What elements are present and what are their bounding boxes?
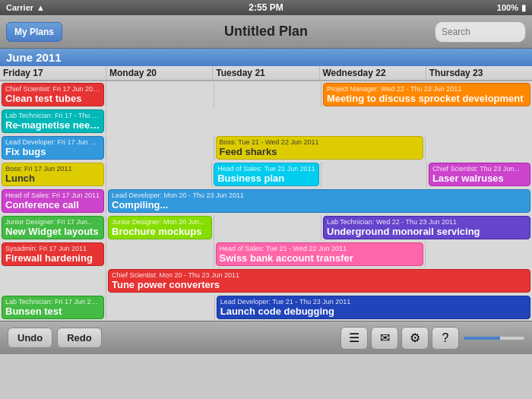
- event-laser-walruses[interactable]: Chief Scientist: Thu 23 Jun... Laser wal…: [429, 163, 530, 186]
- cell-row7-thursday: [426, 242, 533, 267]
- cell-row5-rest: Lead Developer: Mon 20 - Thu 23 Jun 2011…: [106, 188, 532, 214]
- event-new-widget[interactable]: Junior Designer: Fri 17 Jun... New Widge…: [2, 216, 104, 239]
- help-icon: ?: [442, 331, 449, 345]
- event-role: Sysadmin: Fri 17 Jun 2011: [5, 245, 100, 252]
- undo-button[interactable]: Undo: [8, 328, 52, 348]
- event-role: Head of Sales: Tue 21 - Wed 22 Jun 2011: [220, 245, 420, 252]
- event-re-magnetise[interactable]: Lab Technician: Fri 17 - Thu 23 Jun 2011…: [2, 109, 104, 133]
- settings-icon-button[interactable]: ⚙: [401, 327, 429, 350]
- event-role: Junior Designer: Mon 20 Jun...: [112, 218, 208, 226]
- cell-row4-tuesday: Head of Sales: Tue 21 Jun 2011 Business …: [212, 162, 321, 187]
- event-row-7: Sysadmin: Fri 17 Jun 2011 Firewall harde…: [0, 241, 532, 268]
- event-title: Meeting to discuss sprocket development: [327, 93, 527, 104]
- event-title: Lunch: [5, 173, 100, 184]
- month-label: June 2011: [0, 49, 532, 66]
- event-bunsen-test[interactable]: Lab Technician: Fri 17 Jun 2011 Bunsen t…: [2, 296, 104, 319]
- cell-row3-monday: [106, 135, 214, 160]
- cell-row1-wed-thu: Project Manager: Wed 22 - Thu 23 Jun 201…: [321, 82, 532, 107]
- event-brochure-mockups[interactable]: Junior Designer: Mon 20 Jun... Brochure …: [108, 216, 212, 239]
- cell-row1-tuesday: [214, 82, 322, 107]
- event-role: Lead Developer: Fri 17 Jun 20...: [5, 138, 100, 146]
- cell-row2-friday: Lab Technician: Fri 17 - Thu 23 Jun 2011…: [0, 109, 106, 134]
- event-role: Junior Designer: Fri 17 Jun...: [5, 218, 100, 226]
- day-header-thursday: Thursday 23: [426, 66, 532, 80]
- cell-row1-monday: [106, 82, 214, 107]
- cell-row8-friday: [0, 268, 106, 293]
- redo-button[interactable]: Redo: [57, 328, 102, 348]
- cell-row4-wednesday: [321, 162, 427, 187]
- cell-row6-friday: Junior Designer: Fri 17 Jun... New Widge…: [0, 215, 106, 240]
- search-input[interactable]: [435, 21, 526, 43]
- my-plans-button[interactable]: My Plans: [6, 22, 62, 42]
- nav-bar: My Plans Untitled Plan: [0, 15, 532, 49]
- event-re-magnetise-cont: [108, 109, 530, 133]
- event-underground-monorail[interactable]: Lab Technician: Wed 22 - Thu 23 Jun 2011…: [323, 216, 530, 239]
- event-tune-power[interactable]: Chief Scientist: Mon 20 - Thu 23 Jun 201…: [108, 269, 530, 293]
- event-title: Bunsen test: [5, 306, 100, 317]
- status-left: Carrier ▲: [6, 3, 45, 12]
- mail-icon-button[interactable]: ✉: [371, 327, 398, 350]
- event-title: Tune power converters: [112, 279, 527, 290]
- cell-row4-monday: [106, 162, 212, 187]
- day-header-wednesday: Wednesday 22: [320, 66, 426, 80]
- event-title: Clean test tubes: [5, 93, 100, 104]
- zoom-slider[interactable]: [464, 337, 524, 340]
- event-feed-sharks[interactable]: Boss: Tue 21 - Wed 22 Jun 2011 Feed shar…: [216, 136, 423, 160]
- cell-row6-tuesday: [214, 215, 322, 240]
- status-bar: Carrier ▲ 2:55 PM 100% ▮: [0, 0, 532, 15]
- event-clean-test-tubes[interactable]: Chief Scientist: Fri 17 Jun 2011 Clean t…: [2, 83, 104, 106]
- event-swiss-bank[interactable]: Head of Sales: Tue 21 - Wed 22 Jun 2011 …: [216, 242, 423, 266]
- carrier-label: Carrier: [6, 3, 33, 12]
- event-role: Head of Sales: Fri 17 Jun 2011: [5, 192, 100, 199]
- cell-row9-monday: [106, 295, 215, 320]
- event-row-8: Chief Scientist: Mon 20 - Thu 23 Jun 201…: [0, 268, 532, 294]
- event-lunch[interactable]: Boss: Fri 17 Jun 2011 Lunch: [2, 163, 104, 186]
- toolbar-center-icons: ☰ ✉ ⚙ ?: [340, 327, 459, 350]
- event-title: Laser walruses: [432, 173, 527, 184]
- event-title: Business plan: [217, 173, 315, 184]
- list-icon-button[interactable]: ☰: [340, 327, 368, 350]
- cell-row9-friday: Lab Technician: Fri 17 Jun 2011 Bunsen t…: [0, 295, 106, 320]
- event-title: Fix bugs: [5, 146, 100, 157]
- cell-row8-rest: Chief Scientist: Mon 20 - Thu 23 Jun 201…: [106, 268, 532, 293]
- battery-label: 100%: [497, 3, 518, 12]
- event-role: Boss: Tue 21 - Wed 22 Jun 2011: [220, 138, 420, 146]
- event-row-2: Lab Technician: Fri 17 - Thu 23 Jun 2011…: [0, 108, 532, 135]
- calendar-area: Chief Scientist: Fri 17 Jun 2011 Clean t…: [0, 81, 532, 321]
- event-title: Re-magnetise needles: [5, 119, 100, 131]
- cell-row7-monday: [106, 242, 214, 267]
- nav-title: Untitled Plan: [224, 24, 308, 40]
- event-meeting-sprocket[interactable]: Project Manager: Wed 22 - Thu 23 Jun 201…: [323, 83, 530, 106]
- list-icon: ☰: [349, 331, 359, 345]
- calendar-header: June 2011 Friday 17 Monday 20 Tuesday 21…: [0, 49, 532, 81]
- cell-row3-friday: Lead Developer: Fri 17 Jun 20... Fix bug…: [0, 135, 106, 160]
- event-compiling[interactable]: Lead Developer: Mon 20 - Thu 23 Jun 2011…: [108, 189, 530, 213]
- cell-row3-thursday: [426, 135, 533, 160]
- event-business-plan[interactable]: Head of Sales: Tue 21 Jun 2011 Business …: [214, 163, 319, 186]
- event-role: Chief Scientist: Fri 17 Jun 2011: [5, 85, 100, 93]
- event-row-9: Lab Technician: Fri 17 Jun 2011 Bunsen t…: [0, 294, 532, 321]
- cell-row4-friday: Boss: Fri 17 Jun 2011 Lunch: [0, 162, 106, 187]
- event-conference-call[interactable]: Head of Sales: Fri 17 Jun 2011 Conferenc…: [2, 189, 104, 213]
- toolbar: Undo Redo ☰ ✉ ⚙ ?: [0, 321, 532, 354]
- event-title: Swiss bank account transfer: [220, 252, 420, 264]
- event-row-4: Boss: Fri 17 Jun 2011 Lunch Head of Sale…: [0, 161, 532, 188]
- cell-row6-wed-thu: Lab Technician: Wed 22 - Thu 23 Jun 2011…: [321, 215, 532, 240]
- event-title: Compiling...: [112, 199, 527, 211]
- cell-row2-rest: [106, 109, 532, 134]
- event-title: Firewall hardening: [5, 252, 100, 264]
- event-role: Lead Developer: Mon 20 - Thu 23 Jun 2011: [112, 192, 527, 199]
- event-role: Chief Scientist: Mon 20 - Thu 23 Jun 201…: [112, 271, 527, 279]
- event-row-6: Junior Designer: Fri 17 Jun... New Widge…: [0, 214, 532, 241]
- help-icon-button[interactable]: ?: [432, 327, 459, 350]
- day-header-monday: Monday 20: [106, 66, 213, 80]
- event-role: Lab Technician: Fri 17 - Thu 23 Jun 2011: [5, 112, 100, 119]
- event-firewall[interactable]: Sysadmin: Fri 17 Jun 2011 Firewall harde…: [2, 242, 104, 266]
- cell-row3-tue-wed: Boss: Tue 21 - Wed 22 Jun 2011 Feed shar…: [214, 135, 426, 160]
- event-launch-debugging[interactable]: Lead Developer: Tue 21 - Thu 23 Jun 2011…: [217, 296, 530, 319]
- event-fix-bugs[interactable]: Lead Developer: Fri 17 Jun 20... Fix bug…: [2, 136, 104, 160]
- event-role: Head of Sales: Tue 21 Jun 2011: [217, 165, 315, 173]
- wifi-icon: ▲: [36, 3, 45, 12]
- event-row-3: Lead Developer: Fri 17 Jun 20... Fix bug…: [0, 135, 532, 161]
- event-title: New Widget layouts: [5, 226, 100, 237]
